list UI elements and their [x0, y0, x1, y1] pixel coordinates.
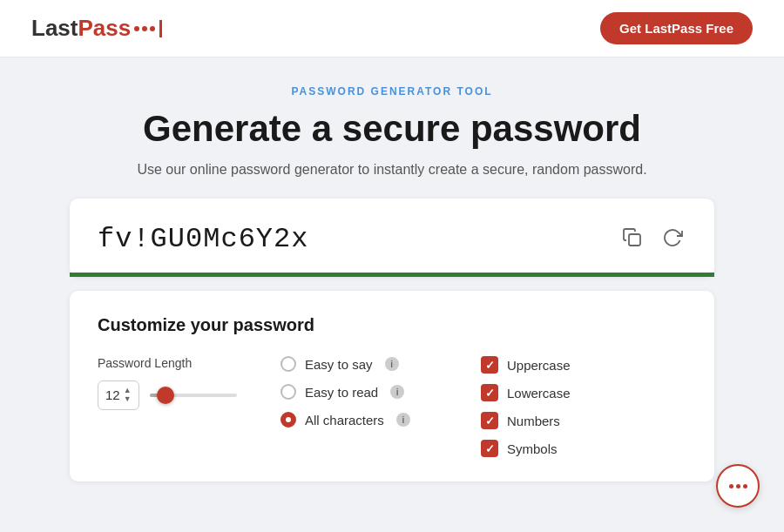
- checkbox-uppercase[interactable]: ✓ Uppercase: [481, 356, 686, 374]
- chat-icon: [729, 484, 747, 488]
- radio-all-characters-indicator: [280, 412, 296, 428]
- checkbox-symbols[interactable]: ✓ Symbols: [481, 440, 686, 457]
- refresh-icon: [662, 227, 683, 248]
- get-lastpass-button[interactable]: Get LastPass Free: [600, 12, 753, 44]
- copy-button[interactable]: [618, 224, 646, 255]
- length-arrows: ▲ ▼: [124, 387, 132, 404]
- radio-easy-to-read-indicator: [280, 384, 296, 400]
- password-display: fv!GU0Mc6Y2x: [98, 223, 308, 255]
- subtitle: Use our online password generator to ins…: [70, 162, 714, 178]
- radio-easy-to-say[interactable]: Easy to say i: [280, 356, 463, 372]
- logo-cursor: [159, 20, 162, 37]
- password-card: fv!GU0Mc6Y2x: [70, 199, 714, 277]
- checkbox-section: ✓ Uppercase ✓ Lowercase ✓ Numbers: [463, 356, 686, 457]
- logo-last: Last: [31, 15, 78, 42]
- radio-easy-to-read[interactable]: Easy to read i: [280, 384, 463, 400]
- slider-thumb[interactable]: [157, 387, 174, 404]
- customize-title: Customize your password: [98, 315, 686, 335]
- checkbox-numbers-check: ✓: [485, 415, 495, 427]
- radio-easy-to-read-label: Easy to read: [305, 385, 378, 400]
- checkbox-uppercase-check: ✓: [485, 360, 495, 371]
- checkbox-uppercase-label: Uppercase: [507, 358, 571, 373]
- logo-dot-2: [142, 26, 147, 31]
- checkbox-symbols-label: Symbols: [507, 441, 558, 456]
- customize-grid: Password Length 12 ▲ ▼: [98, 356, 686, 457]
- length-input-wrap: 12 ▲ ▼: [98, 380, 139, 410]
- chat-dot-2: [736, 484, 740, 488]
- length-value: 12: [105, 387, 120, 402]
- checkbox-symbols-box: ✓: [481, 440, 498, 457]
- strength-bar: [70, 273, 714, 277]
- radio-section: Easy to say i Easy to read i All charact…: [272, 356, 463, 428]
- radio-all-characters-label: All characters: [305, 413, 384, 428]
- customize-card: Customize your password Password Length …: [70, 291, 714, 481]
- main-content: PASSWORD GENERATOR TOOL Generate a secur…: [0, 57, 784, 509]
- checkbox-lowercase[interactable]: ✓ Lowercase: [481, 384, 686, 401]
- radio-all-characters[interactable]: All characters i: [280, 412, 463, 428]
- checkbox-lowercase-label: Lowercase: [507, 386, 571, 401]
- radio-easy-to-say-indicator: [280, 356, 296, 372]
- chat-button[interactable]: [716, 464, 760, 508]
- length-down-button[interactable]: ▼: [124, 395, 132, 404]
- checkbox-lowercase-box: ✓: [481, 384, 498, 401]
- checkbox-numbers-label: Numbers: [507, 414, 560, 428]
- logo-dot-1: [134, 26, 139, 31]
- page-title: Generate a secure password: [70, 108, 714, 150]
- length-label: Password Length: [98, 356, 237, 370]
- chat-dot-3: [743, 484, 747, 488]
- checkbox-numbers[interactable]: ✓ Numbers: [481, 412, 686, 429]
- refresh-button[interactable]: [659, 224, 686, 255]
- checkbox-uppercase-box: ✓: [481, 356, 498, 374]
- all-characters-info-icon[interactable]: i: [396, 413, 410, 427]
- logo-dot-3: [150, 26, 155, 31]
- checkbox-numbers-box: ✓: [481, 412, 498, 429]
- svg-rect-0: [629, 234, 640, 246]
- checkbox-lowercase-check: ✓: [485, 387, 495, 399]
- header: LastPass Get LastPass Free: [0, 0, 784, 57]
- length-section: Password Length 12 ▲ ▼: [98, 356, 272, 410]
- logo-dots: [134, 20, 162, 37]
- password-row: fv!GU0Mc6Y2x: [98, 223, 686, 273]
- chat-dot-1: [729, 484, 733, 488]
- easy-to-read-info-icon[interactable]: i: [390, 385, 404, 399]
- logo: LastPass: [31, 15, 162, 42]
- slider-track: [150, 394, 237, 397]
- copy-icon: [622, 227, 643, 248]
- easy-to-say-info-icon[interactable]: i: [385, 357, 399, 371]
- logo-pass: Pass: [78, 15, 131, 42]
- slider-wrap[interactable]: [150, 387, 237, 404]
- password-actions: [618, 224, 686, 255]
- length-control: 12 ▲ ▼: [98, 380, 237, 410]
- checkbox-symbols-check: ✓: [485, 443, 495, 455]
- radio-easy-to-say-label: Easy to say: [305, 357, 373, 372]
- tool-label: PASSWORD GENERATOR TOOL: [70, 85, 714, 98]
